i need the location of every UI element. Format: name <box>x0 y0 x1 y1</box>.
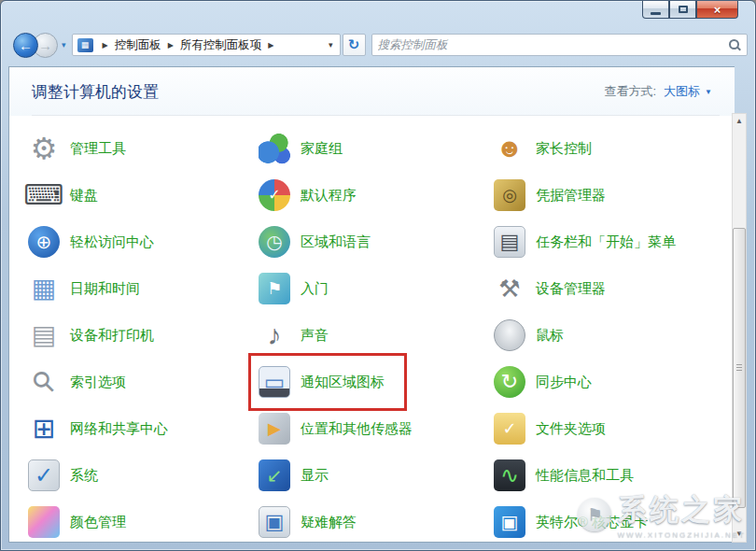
breadcrumb-item-all-items[interactable]: 所有控制面板项 <box>180 37 262 53</box>
control-panel-item[interactable]: 颜色管理 <box>28 499 126 543</box>
control-panel-item[interactable]: 鼠标 <box>494 312 564 359</box>
credential-manager-icon[interactable]: ◎ <box>494 179 525 211</box>
control-panel-item[interactable]: ⚲ 索引选项 <box>28 359 126 405</box>
device-manager-icon[interactable]: ⚒ <box>494 273 525 304</box>
forward-arrow-icon: → <box>38 37 52 53</box>
breadcrumb-dropdown-icon[interactable]: ▾ <box>326 40 336 49</box>
breadcrumb-separator-icon: ▶ <box>268 41 273 49</box>
scrollbar-thumb[interactable] <box>733 228 746 508</box>
date-time-icon[interactable]: ▦ <box>28 273 60 304</box>
control-panel-item[interactable]: ▣ 英特尔® 核芯显卡 <box>494 499 648 543</box>
control-panel-item[interactable]: ⊞ 网络和共享中心 <box>28 405 168 452</box>
view-by-label: 查看方式: <box>604 83 656 100</box>
breadcrumb-item-control-panel[interactable]: 控制面板 <box>115 37 161 53</box>
indexing-options-icon[interactable]: ⚲ <box>28 366 60 398</box>
navigation-bar: ← → ▾ ▦ ▶ 控制面板 ▶ 所有控制面板项 ▶ ▾ ↻ <box>8 30 748 60</box>
color-management-icon[interactable] <box>28 506 60 538</box>
intel-graphics-icon[interactable]: ▣ <box>494 506 525 538</box>
control-panel-item[interactable]: ⚙ 管理工具 <box>28 125 126 172</box>
search-box[interactable] <box>371 34 748 56</box>
taskbar-start-menu-icon[interactable]: ▤ <box>494 226 525 258</box>
header-divider <box>32 115 720 116</box>
maximize-icon <box>679 6 688 13</box>
control-panel-item[interactable]: ✓ 文件夹选项 <box>494 405 606 452</box>
control-panel-item[interactable]: ♪ 声音 <box>259 312 329 359</box>
search-input[interactable] <box>378 38 728 51</box>
display-icon[interactable]: ↙ <box>259 459 290 491</box>
default-programs-icon[interactable]: ✓ <box>259 179 290 211</box>
control-panel-item[interactable]: ⚑ 入门 <box>259 265 329 312</box>
control-panel-item[interactable]: ⊕ 轻松访问中心 <box>28 219 154 265</box>
control-panel-item[interactable]: ◎ 凭据管理器 <box>494 172 606 219</box>
recent-pages-dropdown[interactable]: ▾ <box>62 40 66 49</box>
titlebar[interactable]: × <box>1 1 755 29</box>
main-content: 调整计算机的设置 查看方式: 大图标 ▼ ⚙ 管理工具 ⌨ 键盘 ⊕ 轻松访问中… <box>8 66 735 543</box>
control-panel-item[interactable]: ☻ 家长控制 <box>494 125 592 172</box>
control-panel-item[interactable]: ▭ 通知区域图标 <box>259 359 385 405</box>
admin-tools-icon[interactable]: ⚙ <box>28 133 60 164</box>
control-panel-item[interactable]: ▣ 疑难解答 <box>259 499 357 543</box>
control-panel-item[interactable]: ▤ 设备和打印机 <box>28 312 154 359</box>
scroll-up-icon[interactable]: ▲ <box>733 114 746 129</box>
performance-tools-icon[interactable]: ∿ <box>494 459 525 491</box>
search-icon <box>728 38 741 51</box>
control-panel-item[interactable]: ⌨ 键盘 <box>28 172 98 219</box>
homegroup-icon[interactable] <box>259 133 290 164</box>
control-panel-item[interactable]: ∿ 性能信息和工具 <box>494 452 634 499</box>
sync-center-icon[interactable]: ↻ <box>494 366 525 398</box>
breadcrumb-separator-icon: ▶ <box>168 41 174 49</box>
getting-started-icon[interactable]: ⚑ <box>259 273 290 304</box>
back-arrow-icon: ← <box>19 37 33 53</box>
view-by-caret-icon[interactable]: ▼ <box>705 88 712 96</box>
system-icon[interactable]: ✓ <box>28 459 60 491</box>
control-panel-item[interactable]: ▶ 位置和其他传感器 <box>259 405 413 452</box>
view-by: 查看方式: 大图标 ▼ <box>604 83 712 100</box>
mouse-icon[interactable] <box>494 319 525 351</box>
refresh-button[interactable]: ↻ <box>343 34 366 56</box>
breadcrumb[interactable]: ▦ ▶ 控制面板 ▶ 所有控制面板项 ▶ ▾ <box>72 34 341 56</box>
control-panel-icon: ▦ <box>77 38 93 52</box>
close-button[interactable]: × <box>696 1 738 19</box>
scroll-down-icon[interactable]: ▼ <box>733 527 746 542</box>
control-panel-item[interactable]: ▦ 日期和时间 <box>28 265 140 312</box>
control-panel-item[interactable]: ↙ 显示 <box>259 452 329 499</box>
close-icon: × <box>714 3 721 17</box>
control-panel-item[interactable]: ▤ 任务栏和「开始」菜单 <box>494 219 676 265</box>
devices-printers-icon[interactable]: ▤ <box>28 319 60 351</box>
ease-of-access-icon[interactable]: ⊕ <box>28 226 60 258</box>
troubleshooting-icon[interactable]: ▣ <box>259 506 290 538</box>
vertical-scrollbar[interactable]: ▲ ▼ <box>732 113 747 543</box>
network-sharing-icon[interactable]: ⊞ <box>28 413 60 445</box>
sound-icon[interactable]: ♪ <box>259 319 290 351</box>
parental-controls-icon[interactable]: ☻ <box>494 133 525 164</box>
control-panel-item[interactable]: ✓ 系统 <box>28 452 98 499</box>
minimize-icon <box>651 12 661 15</box>
control-panel-item[interactable]: ✓ 默认程序 <box>259 172 357 219</box>
minimize-button[interactable] <box>642 1 669 19</box>
back-button[interactable]: ← <box>13 33 38 58</box>
control-panel-item[interactable]: 家庭组 <box>259 125 343 172</box>
scrollbar-grip-icon <box>736 364 742 372</box>
control-panel-item[interactable]: ◷ 区域和语言 <box>259 219 371 265</box>
items-grid: ⚙ 管理工具 ⌨ 键盘 ⊕ 轻松访问中心 ▦ 日期和时间 ▤ 设备和打印机 ⚲ … <box>28 125 735 543</box>
maximize-button[interactable] <box>669 1 696 19</box>
location-sensors-icon[interactable]: ▶ <box>259 413 290 445</box>
control-panel-window: × ← → ▾ ▦ ▶ 控制面板 ▶ 所有控制面板项 ▶ ▾ ↻ 调整计算机的设… <box>0 0 756 551</box>
region-language-icon[interactable]: ◷ <box>259 226 290 258</box>
control-panel-item[interactable]: ⚒ 设备管理器 <box>494 265 606 312</box>
content-header: 调整计算机的设置 查看方式: 大图标 ▼ <box>9 67 735 116</box>
page-title: 调整计算机的设置 <box>32 81 159 103</box>
folder-options-icon[interactable]: ✓ <box>494 413 525 445</box>
breadcrumb-separator-icon: ▶ <box>103 41 108 49</box>
control-panel-item[interactable]: ↻ 同步中心 <box>494 359 592 405</box>
refresh-icon: ↻ <box>348 36 360 52</box>
keyboard-icon[interactable]: ⌨ <box>28 179 60 211</box>
window-controls: × <box>642 1 738 19</box>
notification-area-icons-icon[interactable]: ▭ <box>259 366 290 398</box>
view-by-link[interactable]: 大图标 <box>664 83 700 100</box>
